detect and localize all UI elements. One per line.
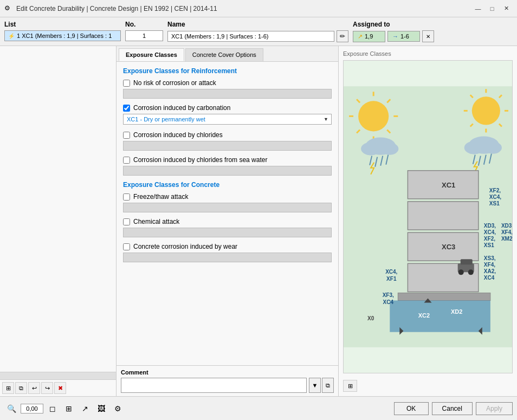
grid-button[interactable]: ⊞ — [62, 402, 76, 416]
no-corrosion-checkbox[interactable] — [123, 80, 130, 87]
list-item[interactable]: ⚡ 1 XC1 (Members : 1,9 | Surfaces : 1 — [4, 30, 121, 41]
sidebar-copy-button[interactable]: ⧉ — [15, 382, 27, 394]
no-corrosion-field — [123, 89, 332, 99]
svg-text:XF4,: XF4, — [484, 262, 495, 268]
exposure-content: Exposure Classes for Reinforcement No ri… — [117, 62, 338, 365]
diagram-container: XC1 XC3 XC2 XD2 XC4, XF1 XF3, XC4 X0 — [343, 60, 513, 373]
svg-text:XF4,: XF4, — [501, 229, 512, 235]
chlorides-label: Corrosion induced by chlorides — [133, 131, 223, 139]
cursor-button[interactable]: ◻ — [46, 402, 60, 416]
svg-text:XD3,: XD3, — [501, 223, 512, 229]
freeze-checkbox[interactable] — [123, 193, 130, 201]
svg-text:XC4,: XC4, — [484, 229, 496, 235]
svg-text:XF1: XF1 — [386, 276, 397, 282]
settings-button[interactable]: ⚙ — [111, 402, 125, 416]
no-corrosion-label: No risk of corrosion or attack — [133, 79, 216, 87]
no-corrosion-row: No risk of corrosion or attack — [123, 79, 332, 87]
coord-input[interactable] — [21, 404, 43, 413]
name-input[interactable] — [167, 31, 334, 42]
edit-name-button[interactable]: ✏ — [337, 30, 348, 42]
bottom-right: OK Cancel Apply — [394, 402, 513, 415]
svg-text:XC1: XC1 — [442, 181, 455, 189]
members-value: 1,9 — [365, 33, 373, 40]
sidebar-scroll[interactable] — [0, 46, 116, 372]
sea-water-label: Corrosion induced by chlorides from sea … — [133, 156, 267, 164]
svg-point-67 — [458, 269, 464, 275]
comment-dropdown-button[interactable]: ▼ — [309, 378, 321, 393]
comment-input-row: ▼ ⧉ — [121, 378, 334, 393]
svg-text:XS1: XS1 — [484, 242, 494, 248]
tab-bar: Exposure Classes Concrete Cover Options — [117, 46, 338, 62]
assigned-panel: Assigned to ↗ 1,9 → 1-6 ✕ — [353, 21, 513, 42]
chlorides-checkbox[interactable] — [123, 132, 130, 139]
tab-concrete-cover[interactable]: Concrete Cover Options — [185, 48, 263, 61]
svg-rect-33 — [398, 293, 490, 300]
svg-point-27 — [464, 141, 484, 154]
left-sidebar: ⊞ ⧉ ↩ ↪ ✖ — [0, 46, 117, 396]
ok-button[interactable]: OK — [394, 402, 429, 415]
sidebar-delete-button[interactable]: ✖ — [54, 382, 66, 394]
apply-button[interactable]: Apply — [476, 402, 513, 415]
maximize-button[interactable]: □ — [486, 2, 499, 15]
middle-panel: Exposure Classes Concrete Cover Options … — [117, 46, 339, 396]
exposure-diagram: XC1 XC3 XC2 XD2 XC4, XF1 XF3, XC4 X0 — [344, 61, 512, 373]
carbonation-dropdown[interactable]: XC1 - Dry or permanently wet XC2 - Wet, … — [123, 114, 332, 125]
comment-input[interactable] — [121, 378, 307, 393]
top-section: List ⚡ 1 XC1 (Members : 1,9 | Surfaces :… — [0, 17, 517, 46]
diagram-label: Exposure Classes — [343, 50, 513, 57]
sidebar-toolbar: ⊞ ⧉ ↩ ↪ ✖ — [0, 379, 116, 396]
name-input-row: ✏ — [167, 30, 348, 42]
chemical-label: Chemical attack — [133, 218, 179, 225]
svg-text:XD3,: XD3, — [484, 223, 496, 229]
list-label: List — [4, 21, 121, 28]
assign-button[interactable]: ✕ — [422, 30, 434, 42]
svg-text:XC4,: XC4, — [385, 269, 397, 275]
svg-rect-40 — [390, 300, 490, 332]
sea-water-checkbox[interactable] — [123, 157, 130, 164]
comment-copy-button[interactable]: ⧉ — [322, 378, 334, 393]
chemical-checkbox[interactable] — [123, 218, 130, 225]
sidebar-redo-button[interactable]: ↪ — [41, 382, 53, 394]
comment-area: Comment ▼ ⧉ — [117, 365, 338, 396]
select-button[interactable]: ↗ — [78, 402, 92, 416]
svg-text:XF2,: XF2, — [489, 188, 501, 193]
no-panel: No. 1 — [125, 21, 163, 41]
members-arrow-icon: ↗ — [358, 33, 363, 40]
title-bar: ⚙ Edit Concrete Durability | Concrete De… — [0, 0, 517, 17]
bottom-bar: 🔍 ◻ ⊞ ↗ 🖼 ⚙ OK Cancel Apply — [0, 396, 517, 420]
sea-water-field — [123, 166, 332, 176]
carbonation-dropdown-wrapper: XC1 - Dry or permanently wet XC2 - Wet, … — [123, 114, 332, 125]
svg-text:XC4: XC4 — [383, 299, 394, 305]
list-panel: List ⚡ 1 XC1 (Members : 1,9 | Surfaces :… — [4, 21, 121, 41]
wear-field — [123, 253, 332, 262]
carbonation-checkbox[interactable] — [123, 105, 130, 112]
diagram-expand-button[interactable]: ⊞ — [343, 380, 357, 392]
tab-exposure-classes[interactable]: Exposure Classes — [119, 48, 184, 61]
assigned-row: ↗ 1,9 → 1-6 ✕ — [353, 30, 513, 42]
svg-point-17 — [472, 96, 500, 125]
sidebar-scrollbar[interactable] — [0, 372, 116, 379]
photo-button[interactable]: 🖼 — [94, 402, 108, 416]
surfaces-arrow-icon: → — [392, 33, 398, 40]
sidebar-add-button[interactable]: ⊞ — [2, 382, 14, 394]
close-button[interactable]: ✕ — [500, 2, 513, 15]
content-area: ⊞ ⧉ ↩ ↪ ✖ Exposure Classes Concrete Cove… — [0, 46, 517, 396]
freeze-row: Freeze/thaw attack — [123, 193, 332, 201]
surfaces-value: 1-6 — [400, 33, 409, 40]
search-button[interactable]: 🔍 — [4, 402, 18, 416]
sidebar-undo-button[interactable]: ↩ — [28, 382, 40, 394]
main-container: List ⚡ 1 XC1 (Members : 1,9 | Surfaces :… — [0, 17, 517, 420]
list-item-text: 1 XC1 (Members : 1,9 | Surfaces : 1 — [17, 33, 112, 39]
surfaces-field: → 1-6 — [387, 31, 420, 42]
minimize-button[interactable]: — — [471, 2, 484, 15]
svg-point-1 — [358, 101, 389, 131]
name-panel: Name ✏ — [167, 21, 348, 42]
app-icon: ⚙ — [4, 4, 13, 13]
svg-text:XS3,: XS3, — [484, 255, 496, 261]
svg-text:XC4,: XC4, — [489, 194, 501, 200]
svg-text:XA2,: XA2, — [484, 268, 496, 274]
cancel-button[interactable]: Cancel — [432, 402, 473, 415]
right-panel: Exposure Classes — [339, 46, 517, 396]
wear-checkbox[interactable] — [123, 243, 130, 250]
svg-rect-66 — [461, 259, 473, 264]
